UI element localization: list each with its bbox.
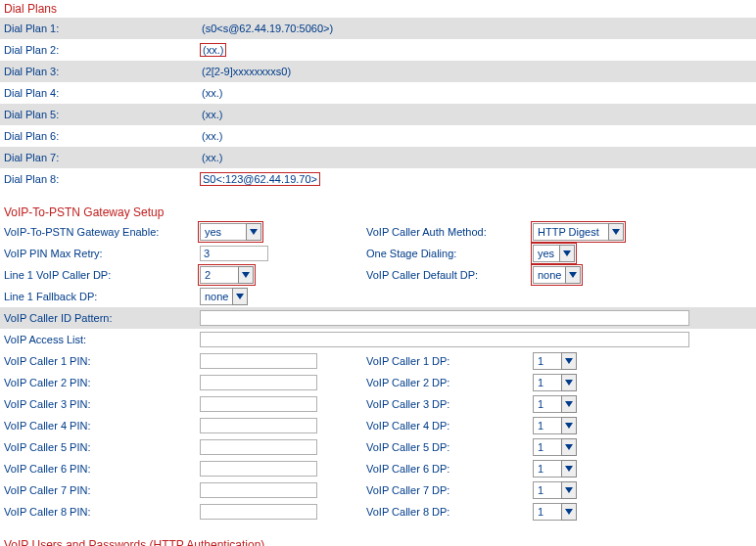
select-auth-method[interactable]: HTTP Digest [533, 223, 624, 241]
select-line1-fb[interactable]: none [200, 288, 248, 305]
dial-plan-value[interactable]: (xx.) [200, 130, 222, 142]
caller-dp-label: VoIP Caller 2 DP: [366, 377, 533, 388]
caller-pin-input[interactable] [200, 482, 317, 498]
caller-dp-select[interactable]: 1 [533, 417, 577, 434]
dial-plan-row: Dial Plan 4:(xx.) [0, 82, 756, 104]
chevron-down-icon [561, 503, 577, 521]
caller-dp-label: VoIP Caller 7 DP: [366, 484, 533, 496]
dial-plan-label: Dial Plan 7: [4, 152, 200, 163]
caller-dp-select[interactable]: 1 [533, 352, 577, 370]
caller-dp-label: VoIP Caller 4 DP: [366, 420, 533, 432]
chevron-down-icon [561, 438, 577, 456]
caller-dp-label: VoIP Caller 1 DP: [366, 355, 533, 367]
caller-pin-input[interactable] [200, 461, 317, 477]
caller-dp-select[interactable]: 1 [533, 503, 577, 521]
select-line1-dp[interactable]: 2 [200, 266, 254, 284]
caller-row: VoIP Caller 2 PIN:VoIP Caller 2 DP:1 [0, 372, 756, 393]
chevron-down-icon [561, 352, 577, 370]
caller-row: VoIP Caller 6 PIN:VoIP Caller 6 DP:1 [0, 458, 756, 479]
caller-pin-input[interactable] [200, 504, 317, 520]
dial-plan-label: Dial Plan 5: [4, 109, 200, 120]
section-dial-plans: Dial Plans [0, 0, 756, 18]
section-voip-users: VoIP Users and Passwords (HTTP Authentic… [0, 536, 756, 546]
caller-pin-label: VoIP Caller 8 PIN: [4, 506, 200, 518]
caller-pin-input[interactable] [200, 396, 317, 412]
dial-plan-row: Dial Plan 5:(xx.) [0, 104, 756, 125]
dial-plan-row: Dial Plan 2:(xx.) [0, 39, 756, 61]
chevron-down-icon [561, 374, 577, 391]
caller-dp-select[interactable]: 1 [533, 395, 577, 413]
caller-pin-input[interactable] [200, 375, 317, 390]
row-line1-dp: Line 1 VoIP Caller DP: 2 VoIP Caller Def… [0, 264, 756, 286]
caller-dp-label: VoIP Caller 8 DP: [366, 506, 533, 518]
dial-plan-value[interactable]: (xx.) [200, 43, 226, 57]
label-auth-method: VoIP Caller Auth Method: [366, 226, 533, 238]
caller-row: VoIP Caller 8 PIN:VoIP Caller 8 DP:1 [0, 501, 756, 523]
row-pin-retry: VoIP PIN Max Retry: One Stage Dialing: y… [0, 243, 756, 264]
caller-dp-label: VoIP Caller 3 DP: [366, 398, 533, 410]
caller-pin-label: VoIP Caller 2 PIN: [4, 377, 200, 388]
dial-plan-row: Dial Plan 7:(xx.) [0, 147, 756, 168]
caller-pin-input[interactable] [200, 418, 317, 433]
dial-plan-value[interactable]: (s0<s@62.44.19.70:5060>) [200, 23, 333, 34]
row-access-list: VoIP Access List: [0, 329, 756, 350]
caller-row: VoIP Caller 1 PIN:VoIP Caller 1 DP:1 [0, 350, 756, 372]
chevron-down-icon [561, 417, 577, 434]
dial-plan-value[interactable]: (2[2-9]xxxxxxxxs0) [200, 66, 291, 77]
dial-plan-value[interactable]: S0<:123@62.44.19.70> [200, 172, 320, 186]
caller-dp-select[interactable]: 1 [533, 438, 577, 456]
chevron-down-icon [565, 266, 581, 284]
caller-row: VoIP Caller 4 PIN:VoIP Caller 4 DP:1 [0, 415, 756, 436]
caller-pin-label: VoIP Caller 1 PIN: [4, 355, 200, 367]
select-default-dp[interactable]: none [533, 266, 581, 284]
chevron-down-icon [559, 245, 575, 262]
select-one-stage[interactable]: yes [533, 245, 575, 262]
chevron-down-icon [246, 223, 261, 241]
select-gw-enable[interactable]: yes [200, 223, 261, 241]
label-cid-pattern: VoIP Caller ID Pattern: [4, 312, 200, 324]
caller-pin-label: VoIP Caller 3 PIN: [4, 398, 200, 410]
label-default-dp: VoIP Caller Default DP: [366, 269, 533, 281]
section-voip-gw: VoIP-To-PSTN Gateway Setup [0, 204, 756, 221]
dial-plan-label: Dial Plan 8: [4, 173, 200, 185]
row-line1-fb: Line 1 Fallback DP: none [0, 286, 756, 307]
dial-plan-label: Dial Plan 2: [4, 44, 200, 56]
caller-pin-input[interactable] [200, 353, 317, 369]
chevron-down-icon [232, 288, 248, 305]
label-access-list: VoIP Access List: [4, 334, 200, 345]
dial-plan-value[interactable]: (xx.) [200, 152, 222, 163]
label-gw-enable: VoIP-To-PSTN Gateway Enable: [4, 226, 200, 238]
caller-row: VoIP Caller 5 PIN:VoIP Caller 5 DP:1 [0, 436, 756, 458]
chevron-down-icon [238, 266, 254, 284]
caller-dp-select[interactable]: 1 [533, 481, 577, 499]
caller-row: VoIP Caller 3 PIN:VoIP Caller 3 DP:1 [0, 393, 756, 415]
input-cid-pattern[interactable] [200, 310, 689, 326]
label-line1-dp: Line 1 VoIP Caller DP: [4, 269, 200, 281]
caller-dp-select[interactable]: 1 [533, 460, 577, 478]
caller-pin-label: VoIP Caller 6 PIN: [4, 463, 200, 475]
caller-pin-label: VoIP Caller 5 PIN: [4, 441, 200, 453]
caller-dp-label: VoIP Caller 6 DP: [366, 463, 533, 475]
input-pin-retry[interactable] [200, 246, 268, 261]
caller-dp-select[interactable]: 1 [533, 374, 577, 391]
caller-dp-label: VoIP Caller 5 DP: [366, 441, 533, 453]
caller-pin-input[interactable] [200, 439, 317, 455]
dial-plan-value[interactable]: (xx.) [200, 109, 222, 120]
caller-pin-label: VoIP Caller 7 PIN: [4, 484, 200, 496]
chevron-down-icon [561, 481, 577, 499]
input-access-list[interactable] [200, 332, 689, 347]
dial-plan-label: Dial Plan 3: [4, 66, 200, 77]
caller-row: VoIP Caller 7 PIN:VoIP Caller 7 DP:1 [0, 479, 756, 501]
label-pin-retry: VoIP PIN Max Retry: [4, 248, 200, 259]
chevron-down-icon [561, 395, 577, 413]
dial-plan-value[interactable]: (xx.) [200, 87, 222, 99]
chevron-down-icon [561, 460, 577, 478]
label-one-stage: One Stage Dialing: [366, 248, 533, 259]
row-gw-enable: VoIP-To-PSTN Gateway Enable: yes VoIP Ca… [0, 221, 756, 243]
chevron-down-icon [608, 223, 624, 241]
dial-plan-row: Dial Plan 6:(xx.) [0, 125, 756, 147]
dial-plan-label: Dial Plan 6: [4, 130, 200, 142]
row-cid-pattern: VoIP Caller ID Pattern: [0, 307, 756, 329]
dial-plan-row: Dial Plan 1:(s0<s@62.44.19.70:5060>) [0, 18, 756, 39]
dial-plan-label: Dial Plan 4: [4, 87, 200, 99]
